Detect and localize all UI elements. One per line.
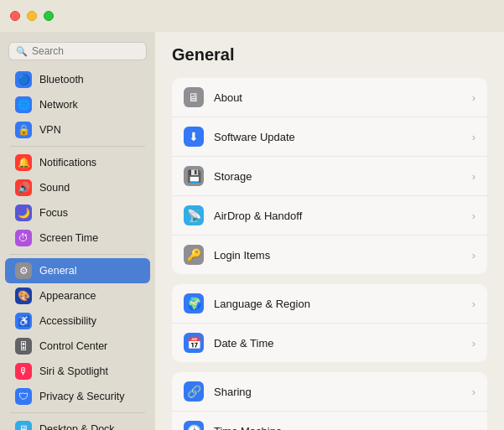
row-label: Software Update (214, 131, 462, 143)
settings-group-group1: 🖥About›⬇Software Update›💾Storage›📡AirDro… (172, 78, 487, 274)
sidebar-item-desktop[interactable]: 🖥Desktop & Dock (5, 417, 150, 430)
settings-row-datetime[interactable]: 📅Date & Time› (172, 324, 487, 362)
row-label: Time Machine (214, 425, 462, 431)
row-label: About (214, 91, 462, 104)
controlcenter-icon: 🎛 (15, 338, 32, 355)
about-icon: 🖥 (184, 87, 204, 107)
sidebar-item-general[interactable]: ⚙General (5, 258, 150, 283)
row-label: Date & Time (214, 337, 462, 350)
settings-row-login-items[interactable]: 🔑Login Items› (172, 236, 487, 274)
settings-group-group3: 🔗Sharing›🕐Time Machine›🔄Transfer or Rese… (172, 372, 487, 430)
sidebar-item-label: Appearance (39, 290, 96, 302)
sidebar-item-label: Network (39, 99, 78, 111)
language-icon: 🌍 (184, 293, 204, 313)
chevron-icon: › (472, 170, 475, 183)
timemachine-icon: 🕐 (184, 421, 204, 430)
chevron-icon: › (472, 249, 475, 262)
settings-group-group2: 🌍Language & Region›📅Date & Time› (172, 284, 487, 362)
sidebar-item-privacy[interactable]: 🛡Privacy & Security (5, 384, 150, 409)
content-area: General 🖥About›⬇Software Update›💾Storage… (155, 32, 504, 430)
sidebar-item-label: Sound (39, 182, 70, 194)
search-icon: 🔍 (16, 46, 28, 57)
sidebar-item-label: Notifications (39, 157, 96, 168)
settings-row-airdrop[interactable]: 📡AirDrop & Handoff› (172, 196, 487, 236)
chevron-icon: › (472, 210, 475, 222)
settings-row-sharing[interactable]: 🔗Sharing› (172, 372, 487, 412)
screentime-icon: ⏱ (15, 230, 32, 246)
close-button[interactable] (10, 11, 20, 21)
sidebar-item-siri[interactable]: 🎙Siri & Spotlight (5, 359, 150, 384)
sidebar-item-notifications[interactable]: 🔔Notifications (5, 150, 150, 175)
chevron-icon: › (472, 425, 475, 431)
sidebar-item-label: Privacy & Security (39, 391, 124, 402)
sidebar-item-sound[interactable]: 🔊Sound (5, 175, 150, 200)
settings-row-storage[interactable]: 💾Storage› (172, 157, 487, 196)
sidebar-divider (10, 412, 145, 413)
row-label: Login Items (214, 249, 462, 262)
bluetooth-icon: 🔵 (15, 71, 32, 88)
sidebar-item-label: VPN (39, 124, 61, 136)
sidebar-item-focus[interactable]: 🌙Focus (5, 200, 150, 225)
sidebar-item-controlcenter[interactable]: 🎛Control Center (5, 334, 150, 359)
chevron-icon: › (472, 386, 475, 398)
sidebar-item-screentime[interactable]: ⏱Screen Time (5, 225, 150, 251)
sidebar-item-label: Bluetooth (39, 74, 84, 85)
row-label: Storage (214, 170, 462, 183)
notifications-icon: 🔔 (15, 154, 32, 171)
row-label: Sharing (214, 386, 462, 398)
chevron-icon: › (472, 298, 475, 310)
settings-row-language[interactable]: 🌍Language & Region› (172, 284, 487, 324)
search-input[interactable] (32, 45, 139, 57)
sidebar-item-label: Desktop & Dock (39, 423, 115, 430)
privacy-icon: 🛡 (15, 388, 32, 405)
maximize-button[interactable] (44, 11, 54, 21)
settings-row-about[interactable]: 🖥About› (172, 78, 487, 117)
desktop-icon: 🖥 (15, 421, 32, 430)
sidebar: 🔍 🔵Bluetooth🌐Network🔒VPN🔔Notifications🔊S… (0, 32, 155, 430)
sharing-icon: 🔗 (184, 381, 204, 402)
chevron-icon: › (472, 91, 475, 104)
minimize-button[interactable] (27, 11, 37, 21)
sidebar-items: 🔵Bluetooth🌐Network🔒VPN🔔Notifications🔊Sou… (0, 67, 155, 430)
settings-groups: 🖥About›⬇Software Update›💾Storage›📡AirDro… (172, 78, 487, 430)
row-label: Language & Region (214, 298, 462, 310)
row-label: AirDrop & Handoff (214, 210, 462, 222)
sidebar-item-label: Focus (39, 207, 68, 219)
sidebar-item-label: Screen Time (39, 232, 98, 244)
sidebar-item-label: General (39, 265, 76, 277)
settings-row-software-update[interactable]: ⬇Software Update› (172, 117, 487, 157)
sidebar-item-label: Siri & Spotlight (39, 365, 108, 377)
sidebar-item-appearance[interactable]: 🎨Appearance (5, 283, 150, 308)
settings-row-timemachine[interactable]: 🕐Time Machine› (172, 412, 487, 430)
siri-icon: 🎙 (15, 363, 32, 380)
appearance-icon: 🎨 (15, 288, 32, 304)
storage-icon: 💾 (184, 166, 204, 186)
accessibility-icon: ♿ (15, 313, 32, 329)
sidebar-divider (10, 146, 145, 147)
sidebar-item-accessibility[interactable]: ♿Accessibility (5, 308, 150, 334)
network-icon: 🌐 (15, 96, 32, 113)
search-box[interactable]: 🔍 (8, 42, 147, 60)
chevron-icon: › (472, 337, 475, 350)
title-bar (0, 0, 504, 32)
main-layout: 🔍 🔵Bluetooth🌐Network🔒VPN🔔Notifications🔊S… (0, 32, 504, 430)
focus-icon: 🌙 (15, 205, 32, 221)
sidebar-item-vpn[interactable]: 🔒VPN (5, 117, 150, 142)
software-update-icon: ⬇ (184, 127, 204, 147)
login-items-icon: 🔑 (184, 245, 204, 265)
sidebar-item-network[interactable]: 🌐Network (5, 92, 150, 117)
general-icon: ⚙ (15, 262, 32, 279)
airdrop-icon: 📡 (184, 205, 204, 225)
datetime-icon: 📅 (184, 333, 204, 353)
chevron-icon: › (472, 131, 475, 143)
page-title: General (172, 45, 487, 65)
sidebar-item-label: Accessibility (39, 315, 96, 327)
sidebar-item-label: Control Center (39, 340, 107, 352)
sound-icon: 🔊 (15, 179, 32, 196)
sidebar-divider (10, 254, 145, 255)
sidebar-item-bluetooth[interactable]: 🔵Bluetooth (5, 67, 150, 92)
vpn-icon: 🔒 (15, 122, 32, 138)
